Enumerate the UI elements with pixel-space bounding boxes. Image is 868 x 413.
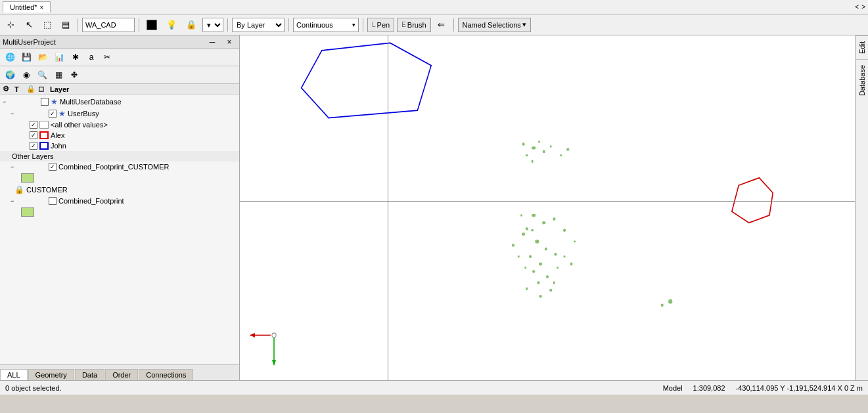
chart-icon: 📊: [55, 53, 64, 62]
checkbox-combined-customer[interactable]: [49, 163, 57, 171]
layer-row-combined-footprint[interactable]: − Combined_Footprint: [0, 196, 239, 206]
by-layer-select[interactable]: By Layer: [232, 18, 285, 32]
checkbox-alex[interactable]: [30, 131, 37, 139]
right-tab-database[interactable]: Database: [856, 59, 868, 101]
globe-button[interactable]: 🌐: [3, 50, 18, 64]
separator-2: [139, 18, 139, 32]
pen-key-hint: L: [372, 21, 376, 28]
header-text-icon: T: [14, 85, 24, 93]
svg-point-6: [566, 148, 569, 151]
star-multiuser: ★: [51, 97, 58, 106]
layer-row-multiuser[interactable]: − ★ MultiUserDatabase: [0, 96, 239, 108]
collapse-userbusy-btn[interactable]: −: [11, 110, 17, 117]
tab-close-icon[interactable]: ×: [40, 4, 44, 11]
location-icon: 🌍: [5, 70, 15, 79]
layer-row-allother[interactable]: <all other values>: [0, 120, 239, 130]
title-tab-untitled[interactable]: Untitled* ×: [3, 1, 51, 12]
tab-connections[interactable]: Connections: [139, 369, 193, 380]
right-tab-edit[interactable]: Edit: [856, 35, 868, 59]
tab-all[interactable]: ALL: [0, 369, 28, 380]
folder-button[interactable]: 📂: [35, 50, 51, 64]
text-format-icon: a: [89, 53, 94, 62]
linetype-button[interactable]: Continuous ▾: [293, 18, 359, 32]
tab-data[interactable]: Data: [75, 369, 104, 380]
settings-button[interactable]: ✤: [67, 68, 81, 82]
layer-row-john[interactable]: John: [0, 141, 239, 151]
tools-button[interactable]: ✂: [100, 50, 114, 64]
layer-mode-select[interactable]: ▾: [202, 18, 223, 32]
bulb-button[interactable]: 💡: [163, 17, 180, 33]
star-button[interactable]: ✱: [68, 50, 83, 64]
linetype-arrow-icon: ▾: [352, 22, 355, 28]
nav-next-button[interactable]: >: [861, 3, 865, 11]
collapse-combined-fp-btn[interactable]: −: [11, 198, 17, 204]
coordinate-axes: [250, 333, 277, 365]
layer-name-input[interactable]: [82, 18, 135, 32]
svg-point-33: [553, 281, 555, 284]
svg-point-21: [546, 275, 549, 278]
svg-point-3: [550, 145, 552, 147]
select-tool-button[interactable]: ⊹: [3, 17, 18, 33]
svg-point-16: [545, 248, 547, 251]
panel-toolbar-2: 🌍 ◉ 🔍 ▦ ✤: [0, 66, 239, 84]
zoom-button[interactable]: 🔍: [35, 68, 50, 82]
tab-geometry[interactable]: Geometry: [28, 369, 74, 380]
map-area[interactable]: [240, 35, 855, 380]
zoom-icon: 🔍: [37, 70, 47, 79]
layer-row-customer[interactable]: 🔒 CUSTOMER: [0, 184, 239, 196]
save-icon: 💾: [22, 53, 32, 62]
blue-polygon: [302, 43, 432, 118]
brush-key-hint: E: [401, 21, 406, 28]
layer-row-alex[interactable]: Alex: [0, 130, 239, 141]
svg-point-11: [526, 227, 528, 230]
arrow-select-button[interactable]: ⇐: [434, 17, 449, 33]
swatch-combined-fp: [21, 207, 34, 217]
checkbox-john[interactable]: [30, 142, 37, 150]
layers2-button[interactable]: ◉: [19, 68, 34, 82]
svg-point-14: [563, 228, 566, 232]
pen-button[interactable]: L Pen: [367, 18, 394, 32]
location-button[interactable]: 🌍: [3, 68, 18, 82]
checkbox-combined-fp[interactable]: [49, 197, 57, 205]
layer-column-label: Layer: [50, 85, 69, 93]
checkbox-multiuser[interactable]: [41, 98, 49, 106]
star-icon: ✱: [72, 53, 79, 62]
brush-button[interactable]: E Brush: [397, 18, 430, 32]
table-button[interactable]: ▦: [51, 68, 66, 82]
panel-close-button[interactable]: ×: [222, 35, 237, 49]
label-combined-fp: Combined_Footprint: [58, 197, 124, 205]
text-button[interactable]: a: [84, 50, 99, 64]
collapse-multiuser-btn[interactable]: −: [3, 98, 9, 105]
content-area: MultiUserProject ─ × 🌐 💾 📂 📊 ✱ a ✂ 🌍 ◉ 🔍…: [0, 35, 868, 380]
save-button[interactable]: 💾: [19, 50, 34, 64]
checkbox-userbusy[interactable]: [49, 110, 57, 118]
label-customer: CUSTOMER: [26, 186, 68, 194]
swatch-john: [39, 142, 49, 150]
collapse-combined-customer-btn[interactable]: −: [11, 163, 17, 170]
other-layers-label: Other Layers: [12, 152, 54, 160]
rect-select-button[interactable]: ⬚: [39, 17, 55, 33]
swatch-allother: [39, 121, 49, 129]
tab-order[interactable]: Order: [105, 369, 138, 380]
right-tab-edit-label: Edit: [858, 41, 866, 54]
layer-row-userbusy[interactable]: − ★ UserBusy: [0, 108, 239, 120]
arrow-select-icon: ⇐: [438, 20, 445, 30]
nav-prev-button[interactable]: <: [855, 3, 859, 11]
svg-point-28: [570, 263, 572, 266]
layers2-icon: ◉: [23, 70, 30, 79]
checkbox-allother[interactable]: [30, 121, 37, 129]
svg-point-30: [518, 255, 520, 257]
svg-point-7: [538, 141, 540, 142]
layer-row-combined-fp-swatch: [0, 206, 239, 218]
lock-button[interactable]: 🔒: [183, 17, 200, 33]
panel-pin-button[interactable]: ─: [205, 35, 219, 49]
pointer-tool-button[interactable]: ↖: [21, 17, 37, 33]
named-selections-button[interactable]: Named Selections ▾: [458, 18, 531, 32]
color-button[interactable]: [143, 17, 160, 33]
layers-button[interactable]: ▤: [58, 17, 74, 33]
star-userbusy: ★: [58, 109, 66, 118]
layer-row-combined-customer-swatch: [0, 172, 239, 184]
separator-1: [78, 18, 78, 32]
chart-button[interactable]: 📊: [52, 50, 67, 64]
layer-row-combined-customer[interactable]: − Combined_Footprint_CUSTOMER: [0, 162, 239, 172]
